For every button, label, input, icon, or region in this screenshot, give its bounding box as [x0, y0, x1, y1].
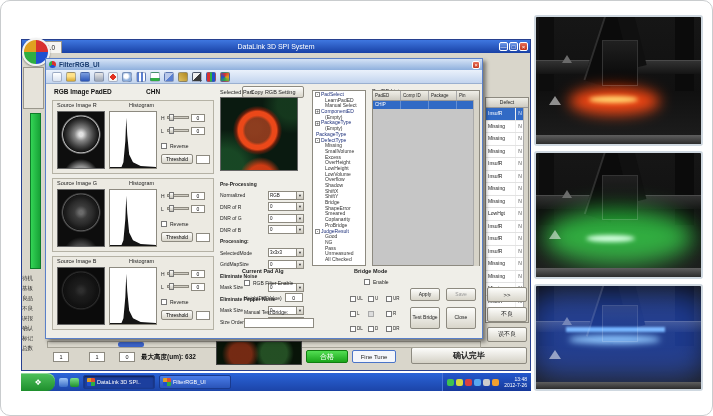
false-ng-button[interactable]: 误不良 — [487, 327, 527, 342]
h-slider[interactable] — [167, 272, 189, 275]
tray-icon[interactable] — [474, 379, 481, 386]
palette-icon[interactable] — [220, 72, 230, 82]
close-button[interactable]: Close — [446, 307, 476, 329]
table-row[interactable]: InsufR N — [486, 171, 524, 184]
threshold-value-field[interactable] — [196, 155, 210, 164]
reverse-checkbox[interactable] — [161, 143, 167, 149]
quick-launch-icon[interactable] — [70, 378, 79, 387]
table-row[interactable]: LowHgt N — [486, 208, 524, 221]
table-row[interactable]: InsufR N — [486, 108, 524, 121]
tray-icon[interactable] — [447, 379, 454, 386]
fine-tune-button[interactable]: Fine Tune — [352, 350, 396, 363]
setting-dropdown[interactable]: 0▼ — [268, 225, 304, 234]
setting-dropdown[interactable]: RGB▼ — [268, 191, 304, 200]
direction-checkbox[interactable] — [350, 296, 356, 302]
status-field-1[interactable]: 1 — [53, 352, 69, 362]
table-row[interactable]: InsufR N — [486, 233, 524, 246]
close-icon[interactable]: × — [519, 42, 528, 51]
rgb-filter-enable-checkbox[interactable] — [244, 280, 250, 286]
tray-icon[interactable] — [492, 379, 499, 386]
direction-checkbox[interactable] — [350, 326, 356, 332]
save-button[interactable]: Save — [446, 288, 476, 301]
l-value-field[interactable]: 0 — [191, 283, 205, 291]
h-slider[interactable] — [167, 116, 189, 119]
apply-button[interactable]: Apply — [410, 288, 440, 301]
open-icon[interactable] — [66, 72, 76, 82]
table-row[interactable]: Missing N — [486, 121, 524, 134]
col-paded[interactable]: PadED — [373, 91, 401, 100]
reverse-checkbox[interactable] — [161, 299, 167, 305]
threshold-value-field[interactable] — [196, 233, 210, 242]
zoom-icon[interactable] — [122, 72, 132, 82]
threshold-value-field[interactable] — [196, 311, 210, 320]
tray-icon[interactable] — [465, 379, 472, 386]
threshold-button[interactable]: Threshold — [161, 310, 193, 320]
minimize-icon[interactable]: — — [499, 42, 508, 51]
bridge-enable-checkbox[interactable] — [364, 279, 370, 285]
table-row[interactable]: Missing N — [486, 271, 524, 284]
table-row[interactable]: Missing N — [486, 183, 524, 196]
tree-item[interactable]: All Checked — [315, 257, 365, 263]
record-icon[interactable] — [108, 72, 118, 82]
tray-icon[interactable] — [483, 379, 490, 386]
l-slider[interactable] — [167, 207, 189, 210]
setting-dropdown[interactable]: 0▼ — [268, 202, 304, 211]
direction-checkbox[interactable] — [386, 296, 392, 302]
direction-checkbox[interactable] — [368, 311, 374, 317]
l-value-field[interactable]: 0 — [191, 205, 205, 213]
l-value-field[interactable]: 0 — [191, 127, 205, 135]
quick-launch-icon[interactable] — [59, 378, 68, 387]
l-slider[interactable] — [167, 129, 189, 132]
threshold-button[interactable]: Threshold — [161, 154, 193, 164]
status-field-3[interactable]: 0 — [119, 352, 135, 362]
ng-button[interactable]: 不良 — [487, 307, 527, 322]
measure-icon[interactable] — [178, 72, 188, 82]
taskbar-window-button[interactable]: DataLink 3D SPI.. — [83, 375, 155, 389]
scrollbar-thumb[interactable] — [118, 342, 144, 347]
save-icon[interactable] — [80, 72, 90, 82]
direction-checkbox[interactable] — [368, 296, 374, 302]
rgb-icon[interactable] — [206, 72, 216, 82]
tray-icon[interactable] — [456, 379, 463, 386]
table-row[interactable]: Missing N — [486, 258, 524, 271]
maximize-icon[interactable]: □ — [509, 42, 518, 51]
new-icon[interactable] — [52, 72, 62, 82]
layers-icon[interactable] — [164, 72, 174, 82]
test-bridge-button[interactable]: Test Bridge — [410, 307, 440, 329]
h-value-field[interactable]: 0 — [191, 114, 205, 122]
grid-icon[interactable] — [136, 72, 146, 82]
heightdiff-field[interactable]: 0 — [285, 293, 303, 302]
pen-icon[interactable] — [192, 72, 202, 82]
taskbar-window-button[interactable]: FilterRGB_UI — [159, 375, 231, 389]
pass-button[interactable]: 合格 — [306, 350, 348, 363]
manual-test-bridge-field[interactable] — [244, 318, 314, 328]
confirm-complete-button[interactable]: 确认完毕 — [411, 347, 527, 364]
table-row[interactable]: InsufR N — [486, 221, 524, 234]
h-value-field[interactable]: 0 — [191, 192, 205, 200]
direction-checkbox[interactable] — [350, 311, 356, 317]
table-row[interactable]: Missing N — [486, 133, 524, 146]
h-value-field[interactable]: 0 — [191, 270, 205, 278]
paded-table-scrollbar[interactable] — [473, 100, 479, 266]
col-package[interactable]: Package — [429, 91, 457, 100]
table-row[interactable]: InsufR N — [486, 158, 524, 171]
setting-dropdown[interactable]: 0▼ — [268, 214, 304, 223]
reverse-checkbox[interactable] — [161, 221, 167, 227]
setting-dropdown[interactable]: 3x3x3▼ — [268, 248, 304, 257]
direction-checkbox[interactable] — [368, 326, 374, 332]
h-slider[interactable] — [167, 194, 189, 197]
table-row-selected[interactable]: CHIP — [373, 101, 479, 109]
col-comp-id[interactable]: Comp ID — [401, 91, 429, 100]
col-pin[interactable]: Pin — [457, 91, 472, 100]
l-slider[interactable] — [167, 285, 189, 288]
direction-checkbox[interactable] — [386, 311, 392, 317]
direction-checkbox[interactable] — [386, 326, 392, 332]
next-board-button[interactable]: >> — [487, 287, 527, 302]
start-button[interactable]: ❖ — [21, 373, 55, 391]
dialog-close-icon[interactable]: × — [472, 61, 480, 69]
status-field-2[interactable]: 1 — [89, 352, 105, 362]
table-row[interactable]: InsufR N — [486, 246, 524, 259]
print-icon[interactable] — [94, 72, 104, 82]
main-window-titlebar[interactable]: DataLink 3D SPI System — □ × — [22, 40, 530, 53]
chart-icon[interactable] — [150, 72, 160, 82]
